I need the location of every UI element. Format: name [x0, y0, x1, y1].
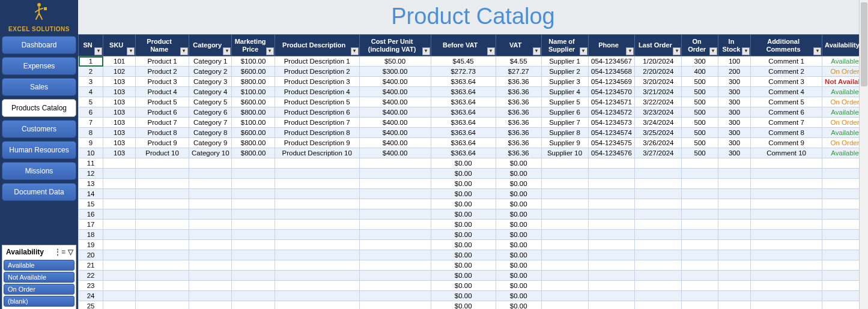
cell-cat[interactable]: Category 9 [189, 138, 231, 148]
cell-phone[interactable] [588, 230, 635, 240]
cell-vat[interactable]: $0.00 [496, 209, 541, 220]
cell-phone[interactable] [588, 209, 635, 220]
filter-dropdown-desc[interactable]: ▾ [351, 47, 359, 55]
cell-sn[interactable]: 3 [79, 77, 103, 87]
cell-sku[interactable]: 103 [103, 138, 136, 148]
cell-instock[interactable] [718, 169, 750, 179]
cell-sku[interactable]: 103 [103, 97, 136, 107]
cell-comments[interactable] [751, 271, 822, 281]
cell-cat[interactable] [189, 199, 231, 209]
filter-dropdown-vat[interactable]: ▾ [533, 47, 541, 55]
cell-mprice[interactable]: $100.00 [232, 118, 275, 128]
cell-comments[interactable] [751, 199, 822, 209]
cell-supplier[interactable] [541, 230, 588, 240]
cell-lorder[interactable] [635, 291, 682, 301]
cell-name[interactable] [136, 250, 189, 260]
cell-cpu[interactable] [359, 250, 431, 260]
cell-onorder[interactable]: 500 [682, 138, 718, 148]
cell-comments[interactable] [751, 291, 822, 301]
cell-instock[interactable] [718, 220, 750, 230]
cell-onorder[interactable]: 300 [682, 56, 718, 67]
cell-vat[interactable]: $0.00 [496, 301, 541, 310]
cell-phone[interactable]: 054-1234571 [588, 97, 635, 107]
cell-sn[interactable]: 22 [79, 271, 103, 281]
cell-phone[interactable] [588, 199, 635, 209]
cell-comments[interactable] [751, 260, 822, 271]
cell-onorder[interactable] [682, 199, 718, 209]
cell-desc[interactable] [275, 291, 359, 301]
cell-name[interactable] [136, 291, 189, 301]
cell-phone[interactable] [588, 240, 635, 250]
cell-vat[interactable]: $36.36 [496, 77, 541, 87]
cell-sn[interactable]: 14 [79, 189, 103, 199]
cell-instock[interactable]: 300 [718, 118, 750, 128]
cell-mprice[interactable] [232, 250, 275, 260]
cell-desc[interactable]: Product Description 2 [275, 67, 359, 77]
cell-instock[interactable]: 300 [718, 128, 750, 138]
nav-document-data[interactable]: Document Data [2, 183, 76, 201]
cell-onorder[interactable] [682, 281, 718, 291]
cell-desc[interactable] [275, 158, 359, 169]
cell-cat[interactable]: Category 8 [189, 128, 231, 138]
filter-dropdown-comments[interactable]: ▾ [813, 47, 821, 55]
cell-lorder[interactable] [635, 199, 682, 209]
col-header-vat[interactable]: VAT▾ [496, 35, 541, 56]
cell-cat[interactable] [189, 179, 231, 189]
cell-sn[interactable]: 10 [79, 148, 103, 158]
cell-phone[interactable] [588, 158, 635, 169]
clear-filter-icon[interactable]: ▽ [68, 248, 73, 256]
col-header-desc[interactable]: Product Description▾ [275, 35, 359, 56]
cell-comments[interactable]: Comment 9 [751, 138, 822, 148]
cell-bvat[interactable]: $363.64 [431, 107, 496, 118]
cell-bvat[interactable]: $0.00 [431, 199, 496, 209]
cell-lorder[interactable] [635, 260, 682, 271]
cell-sku[interactable] [103, 230, 136, 240]
cell-comments[interactable] [751, 189, 822, 199]
cell-lorder[interactable]: 1/20/2024 [635, 56, 682, 67]
cell-cpu[interactable] [359, 281, 431, 291]
cell-cat[interactable]: Category 5 [189, 97, 231, 107]
cell-sku[interactable]: 103 [103, 128, 136, 138]
cell-onorder[interactable] [682, 179, 718, 189]
cell-lorder[interactable]: 3/24/2024 [635, 118, 682, 128]
cell-supplier[interactable]: Supplier 5 [541, 97, 588, 107]
cell-supplier[interactable] [541, 291, 588, 301]
col-header-lorder[interactable]: Last Order▾ [635, 35, 682, 56]
cell-cpu[interactable] [359, 179, 431, 189]
cell-mprice[interactable]: $600.00 [232, 128, 275, 138]
cell-bvat[interactable]: $0.00 [431, 230, 496, 240]
cell-bvat[interactable]: $363.64 [431, 97, 496, 107]
cell-supplier[interactable] [541, 209, 588, 220]
cell-cpu[interactable] [359, 260, 431, 271]
cell-onorder[interactable] [682, 230, 718, 240]
cell-name[interactable] [136, 281, 189, 291]
cell-phone[interactable]: 054-1234567 [588, 56, 635, 67]
cell-vat[interactable]: $4.55 [496, 56, 541, 67]
cell-mprice[interactable] [232, 271, 275, 281]
cell-phone[interactable]: 054-1234569 [588, 77, 635, 87]
cell-sku[interactable] [103, 260, 136, 271]
cell-sn[interactable]: 16 [79, 209, 103, 220]
cell-sku[interactable]: 103 [103, 118, 136, 128]
cell-desc[interactable]: Product Description 10 [275, 148, 359, 158]
cell-bvat[interactable]: $363.64 [431, 118, 496, 128]
cell-cat[interactable] [189, 271, 231, 281]
cell-mprice[interactable]: $800.00 [232, 107, 275, 118]
cell-cpu[interactable]: $300.00 [359, 67, 431, 77]
cell-supplier[interactable] [541, 250, 588, 260]
cell-name[interactable] [136, 271, 189, 281]
cell-lorder[interactable]: 3/25/2024 [635, 128, 682, 138]
nav-dashboard[interactable]: Dashboard [2, 36, 76, 54]
cell-lorder[interactable] [635, 209, 682, 220]
cell-onorder[interactable] [682, 260, 718, 271]
cell-instock[interactable] [718, 281, 750, 291]
cell-sku[interactable] [103, 220, 136, 230]
cell-mprice[interactable] [232, 220, 275, 230]
cell-mprice[interactable] [232, 301, 275, 310]
slicer-option-available[interactable]: Available [4, 260, 74, 271]
cell-supplier[interactable]: Supplier 9 [541, 138, 588, 148]
cell-instock[interactable]: 300 [718, 87, 750, 97]
cell-instock[interactable] [718, 179, 750, 189]
cell-sku[interactable]: 103 [103, 107, 136, 118]
cell-comments[interactable]: Comment 7 [751, 118, 822, 128]
